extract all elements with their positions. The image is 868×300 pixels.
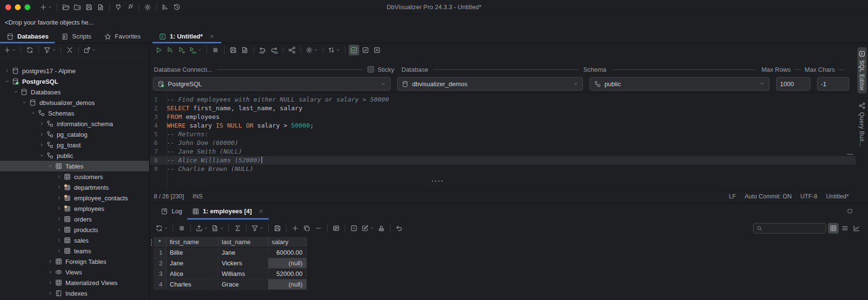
tab-databases[interactable]: Databases — [0, 30, 55, 43]
save-as-button[interactable] — [95, 2, 106, 13]
connection-select[interactable]: PostgreSQL — [153, 77, 390, 91]
tree-item-customers[interactable]: customers — [0, 171, 149, 182]
form-view-button[interactable] — [331, 223, 341, 234]
cell-salary[interactable]: (null) — [268, 258, 307, 268]
duplicate-row-button[interactable] — [302, 223, 312, 234]
row-number[interactable]: 2 — [153, 258, 166, 268]
chevron-right-icon[interactable] — [46, 290, 54, 296]
code-line-6[interactable]: 6-- John Doe (60000) — [150, 139, 855, 147]
cell-last-name[interactable]: Williams — [218, 269, 268, 279]
tree-item-departments[interactable]: departments — [0, 182, 149, 193]
max-chars-input[interactable]: -1 — [817, 77, 849, 91]
column-header-last-name[interactable]: last_name — [218, 237, 268, 247]
chevron-right-icon[interactable] — [55, 195, 63, 201]
format-sql-button[interactable] — [327, 45, 341, 55]
chevron-down-icon[interactable] — [29, 110, 37, 116]
tree-item-foreign-tables[interactable]: Foreign Tables — [0, 256, 149, 267]
chevron-right-icon[interactable] — [46, 280, 54, 286]
disconnect-button[interactable] — [125, 2, 135, 13]
stop-button[interactable] — [210, 45, 221, 55]
cell-first-name[interactable]: Billie — [166, 248, 218, 258]
code-line-8[interactable]: 8-- Alice Williams (52000) — [150, 156, 855, 165]
drop-target-bar[interactable]: <Drop your favorite objects he... — [0, 14, 868, 30]
tree-item-materialized-views[interactable]: Materialized Views — [0, 277, 149, 288]
tree-item-views[interactable]: Views — [0, 267, 149, 277]
cell-salary[interactable]: (null) — [268, 279, 307, 289]
sql-monitor-button[interactable] — [160, 2, 171, 13]
select-all-corner[interactable]: * — [153, 237, 166, 247]
chevron-down-icon[interactable] — [3, 78, 11, 84]
grid-view-toggle[interactable] — [828, 223, 839, 234]
export-grid-button[interactable] — [194, 223, 209, 234]
chevron-right-icon[interactable] — [46, 259, 54, 264]
code-line-9[interactable]: 9-- Charlie Brown (NULL) — [150, 165, 855, 173]
column-header-first-name[interactable]: first_name — [166, 237, 218, 247]
cell-first-name[interactable]: Alice — [166, 269, 218, 279]
tree-item-dbvisualizer-demos[interactable]: dbvisualizer_demos — [0, 97, 149, 108]
code-line-2[interactable]: 2SELECT first_name, last_name, salary — [150, 104, 855, 113]
code-line-4[interactable]: 4WHERE salary IS NULL OR salary > 50000; — [150, 121, 855, 130]
clear-results-toggle[interactable] — [372, 45, 382, 55]
text-view-toggle[interactable] — [840, 223, 850, 234]
aggregate-button[interactable] — [232, 223, 243, 234]
row-number[interactable]: 4 — [153, 279, 166, 289]
save-button[interactable] — [228, 45, 239, 55]
connect-button[interactable] — [113, 2, 124, 13]
grid-search[interactable] — [753, 223, 826, 234]
max-rows-input[interactable]: 1000 — [776, 77, 810, 91]
tree-item-schemas[interactable]: Schemas — [0, 108, 149, 118]
reload-grid-button[interactable] — [154, 223, 169, 234]
tree-item-public[interactable]: public — [0, 150, 149, 161]
collapse-all-button[interactable] — [64, 45, 75, 55]
chevron-down-icon[interactable] — [20, 100, 28, 105]
open-object-button[interactable] — [82, 45, 97, 55]
chevron-right-icon[interactable] — [55, 227, 63, 233]
tree-item-employee-contacts[interactable]: employee_contacts — [0, 193, 149, 203]
tree-item-databases[interactable]: Databases — [0, 87, 149, 97]
undo-edit-button[interactable] — [394, 223, 404, 234]
chart-view-toggle[interactable] — [851, 223, 862, 234]
execute-button[interactable] — [153, 45, 164, 55]
chevron-right-icon[interactable] — [55, 174, 63, 180]
code-line-3[interactable]: 3FROM employees — [150, 113, 855, 121]
tree-item-pg-toast[interactable]: pg_toast — [0, 140, 149, 150]
execute-current-button[interactable] — [165, 45, 176, 55]
redo-sql-button[interactable] — [269, 45, 279, 55]
chevron-down-icon[interactable] — [12, 89, 20, 95]
delete-row-button[interactable] — [313, 223, 324, 234]
tree-item-indexes[interactable]: Indexes — [0, 288, 149, 299]
visualize-query-button[interactable] — [287, 45, 297, 55]
tree-item-postgresql[interactable]: PostgreSQL — [0, 76, 149, 87]
code-line-7[interactable]: 7-- Jane Smith (NULL) — [150, 147, 855, 156]
chevron-right-icon[interactable] — [46, 269, 54, 275]
editor-settings-button[interactable] — [304, 45, 319, 55]
maximize-panel-button[interactable] — [847, 208, 854, 215]
cell-salary[interactable]: 52000.00 — [268, 269, 307, 279]
row-number[interactable]: 1 — [153, 248, 166, 258]
chevron-down-icon[interactable] — [38, 153, 46, 158]
tree-item-tables[interactable]: Tables — [0, 161, 149, 171]
tree-item-products[interactable]: products — [0, 224, 149, 235]
close-file-button[interactable] — [72, 2, 83, 13]
undo-sql-button[interactable] — [257, 45, 268, 55]
tree-item-employees[interactable]: employees — [0, 203, 149, 214]
open-file-button[interactable] — [61, 2, 71, 13]
batch-update-button[interactable] — [376, 223, 387, 234]
chevron-right-icon[interactable] — [55, 216, 63, 222]
column-header-salary[interactable]: salary — [268, 237, 307, 247]
database-select[interactable]: dbvisualizer_demos — [397, 77, 583, 91]
auto-commit-toggle[interactable] — [349, 45, 359, 55]
cell-salary[interactable]: 60000.00 — [268, 248, 307, 258]
chevron-right-icon[interactable] — [55, 237, 63, 243]
cell-first-name[interactable]: Charles — [166, 279, 218, 289]
tab-favorites[interactable]: Favorites — [98, 30, 147, 43]
history-button[interactable] — [172, 2, 182, 13]
save-grid-button[interactable] — [272, 223, 283, 234]
filter-connections-button[interactable] — [42, 45, 57, 55]
tool-properties-button[interactable] — [142, 2, 153, 13]
cell-last-name[interactable]: Jane — [218, 248, 268, 258]
row-number[interactable]: 3 — [153, 269, 166, 279]
refresh-objects-button[interactable] — [25, 45, 35, 55]
splitter-handle[interactable] — [431, 180, 443, 182]
compare-grid-button[interactable] — [210, 223, 225, 234]
